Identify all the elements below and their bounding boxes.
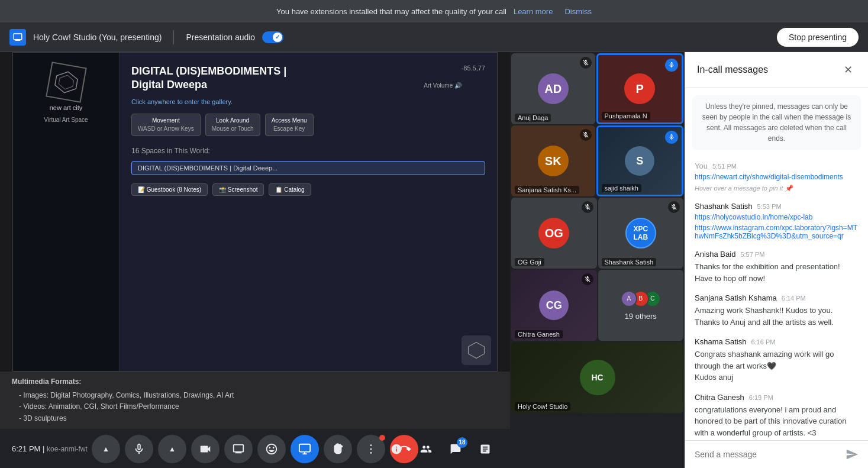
click-hint[interactable]: Click anywhere to enter the gallery.	[131, 98, 485, 105]
svg-point-8	[370, 452, 372, 454]
participant-row-4: CG Chitra Ganesh A B C 19 others	[511, 270, 683, 341]
audio-toggle[interactable]: ✓	[262, 31, 283, 43]
audio-icon-pushpamala	[665, 59, 678, 72]
close-messages-button[interactable]: ✕	[840, 62, 856, 78]
meeting-code: koe-anmi-fwt	[47, 445, 88, 453]
hover-pin-hint: Hover over a message to pin it 📌	[695, 185, 859, 192]
message-you: You 5:51 PM https://newart.city/show/dig…	[695, 162, 859, 192]
participant-tile-pushpamala[interactable]: P Pushpamala N	[596, 53, 684, 124]
link-you[interactable]: https://newart.city/show/digital-disembo…	[695, 173, 859, 181]
mute-icon-chitra	[582, 273, 593, 285]
holycow-avatar: HC	[580, 360, 615, 395]
chat-badge: 18	[457, 437, 467, 448]
camera-button[interactable]	[191, 435, 220, 463]
participant-tile-chitra[interactable]: CG Chitra Ganesh	[511, 270, 597, 341]
chevron-up-camera-button[interactable]: ▲	[158, 435, 186, 463]
microphone-button[interactable]	[125, 435, 153, 463]
msg-header-shashank: Shashank Satish 5:53 PM	[695, 202, 859, 211]
info-button[interactable]	[383, 436, 409, 462]
divider	[173, 30, 174, 44]
screenshot-btn[interactable]: 📸 Screenshot	[212, 183, 264, 196]
text-anisha: Thanks for the exhibition and presentati…	[695, 261, 859, 284]
time-shashank: 5:53 PM	[757, 203, 782, 210]
bottom-info: Multimedia Formats: Images: Digital Phot…	[0, 372, 510, 429]
messages-list: You 5:51 PM https://newart.city/show/dig…	[685, 157, 868, 440]
link-shashank-2[interactable]: https://www.instagram.com/xpc.laboratory…	[695, 224, 859, 240]
dismiss-button[interactable]: Dismiss	[564, 7, 592, 16]
mute-icon-og	[582, 201, 593, 213]
spaces-label: 16 Spaces in This World:	[131, 147, 485, 155]
nac-logo-mini	[462, 335, 491, 365]
mute-icon-shashank	[668, 201, 680, 213]
look-ctrl[interactable]: Look AroundMouse or Touch	[205, 114, 260, 136]
others-tile[interactable]: A B C 19 others	[598, 270, 684, 341]
message-input[interactable]	[695, 450, 841, 459]
link-shashank-1[interactable]: https://holycowstudio.in/home/xpc-lab	[695, 213, 859, 221]
participants-button[interactable]	[413, 436, 439, 462]
check-icon: ✓	[275, 34, 280, 40]
warning-bar: You have extensions installed that may a…	[0, 0, 868, 22]
chevron-up-button[interactable]: ▲	[92, 435, 120, 463]
others-avatar-1: A	[621, 291, 637, 307]
participant-tile-holycow[interactable]: HC Holy Cow! Studio	[511, 342, 683, 413]
main-content: new art city Virtual Art Space DIGITAL (…	[0, 52, 868, 468]
presentation-title: Holy Cow! Studio (You, presenting)	[33, 33, 162, 42]
more-options-button[interactable]	[357, 435, 385, 463]
send-message-button[interactable]	[846, 448, 859, 461]
learn-more-link[interactable]: Learn more	[514, 7, 553, 16]
chitra-avatar: CG	[539, 291, 569, 320]
msg-header-sanjana-kshama: Sanjana Satish Kshama 6:14 PM	[695, 293, 859, 302]
nac-logo: new art city Virtual Art Space	[44, 64, 88, 124]
time-you: 5:51 PM	[712, 163, 737, 170]
raise-hand-button[interactable]	[324, 435, 352, 463]
sajid-avatar: S	[625, 146, 654, 176]
separator: |	[43, 444, 47, 453]
screen-share-button[interactable]	[224, 435, 253, 463]
text-kshama: Congrats shashank amazing work will go t…	[695, 348, 859, 383]
present-button[interactable]	[291, 435, 319, 463]
name-sanjana: Sanjana Satish Ks...	[515, 186, 579, 194]
participant-grid: AD Anuj Daga P Pushpamala N SK	[510, 52, 685, 468]
time-sanjana-kshama: 6:14 PM	[782, 295, 806, 302]
main-slide: DIGITAL (DIS)EMBODIMENTS | Digital Dweep…	[120, 53, 497, 371]
messages-header: In-call messages ✕	[685, 52, 868, 88]
mute-icon-anuj	[580, 57, 592, 69]
time-kshama: 6:16 PM	[751, 338, 775, 346]
messages-title: In-call messages	[697, 64, 768, 75]
avatar-shashank: XPCLAB	[625, 218, 656, 248]
msg-header-anisha: Anisha Baid 5:57 PM	[695, 250, 859, 259]
format-item-2: Videos: Animation, CGI, Short Films/Perf…	[19, 401, 498, 412]
new-art-city-sidebar: new art city Virtual Art Space	[13, 53, 120, 371]
nac-title: new art city	[44, 104, 88, 112]
time-display: 6:21 PM	[12, 444, 40, 453]
time-info: 6:21 PM | koe-anmi-fwt	[12, 444, 88, 453]
sender-you: You	[695, 162, 708, 170]
audio-label: Presentation audio	[186, 33, 255, 42]
mute-icon-sanjana	[580, 129, 592, 141]
menu-ctrl[interactable]: Access MenuEscape Key	[265, 114, 314, 136]
art-volume[interactable]: Art Volume 🔊	[424, 82, 462, 89]
emoji-button[interactable]	[257, 435, 286, 463]
participant-tile-og[interactable]: OG OG Goji	[511, 198, 597, 269]
slide-title-line2: Digital Dweepa	[131, 78, 286, 92]
toggle-knob: ✓	[273, 33, 282, 42]
formats-title: Multimedia Formats:	[12, 376, 498, 388]
catalog-btn[interactable]: 📋 Catalog	[269, 183, 311, 196]
chat-button[interactable]: 18	[443, 436, 469, 462]
participant-tile-anuj[interactable]: AD Anuj Daga	[511, 53, 595, 124]
stop-presenting-button[interactable]: Stop presenting	[777, 28, 859, 47]
svg-marker-2	[469, 343, 485, 359]
participant-row-2: SK Sanjana Satish Ks... S sajid shaikh	[511, 125, 683, 196]
slide-list-item-1[interactable]: DIGITAL (DIS)EMBODIMENTS | Digital Deeep…	[131, 161, 485, 175]
participant-tile-shashank[interactable]: XPCLAB Shashank Satish	[598, 198, 684, 269]
movement-ctrl[interactable]: MovementWASD or Arrow Keys	[131, 114, 201, 136]
participant-tile-sajid[interactable]: S sajid shaikh	[596, 125, 684, 196]
format-item-1: Images: Digital Photography, Comics, Ill…	[19, 390, 498, 401]
msg-header-chitra-msg: Chitra Ganesh 6:19 PM	[695, 393, 859, 402]
activities-button[interactable]	[472, 436, 498, 462]
participant-tile-sanjana[interactable]: SK Sanjana Satish Ks...	[511, 125, 595, 196]
name-anuj: Anuj Daga	[515, 114, 551, 122]
sender-chitra-msg: Chitra Ganesh	[695, 393, 744, 402]
time-chitra-msg: 6:19 PM	[749, 394, 773, 401]
guestbook-btn[interactable]: 📝 Guestbook (8 Notes)	[131, 183, 208, 196]
